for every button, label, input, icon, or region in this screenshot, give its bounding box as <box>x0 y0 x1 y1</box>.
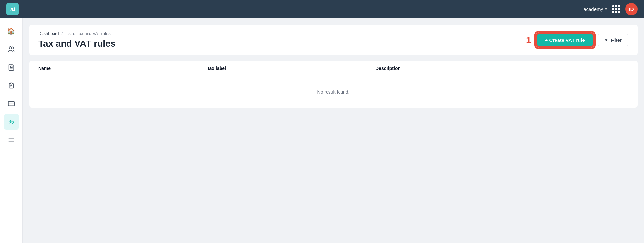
sidebar: 🏠 % <box>0 18 23 243</box>
table-header: Name Tax label Description <box>29 61 638 76</box>
sidebar-item-invoices[interactable] <box>4 78 19 93</box>
grid-apps-icon[interactable] <box>612 5 620 13</box>
table-card: Name Tax label Description No result fou… <box>29 61 638 108</box>
create-btn-wrapper: + Create VAT rule <box>536 33 594 47</box>
content-area: Dashboard / List of tax and VAT rules Ta… <box>23 18 644 243</box>
chevron-down-icon: ▾ <box>605 7 607 11</box>
svg-point-0 <box>9 47 11 49</box>
breadcrumb: Dashboard / List of tax and VAT rules <box>38 31 115 36</box>
header-card: Dashboard / List of tax and VAT rules Ta… <box>29 25 638 55</box>
avatar[interactable]: ID <box>625 3 638 15</box>
navbar-left: id <box>6 3 19 15</box>
top-navbar: id academy ▾ ID <box>0 0 644 18</box>
header-actions: 1 + Create VAT rule ▼ Filter <box>526 33 628 47</box>
logo[interactable]: id <box>6 3 19 15</box>
filter-label: Filter <box>611 37 622 43</box>
sidebar-item-documents[interactable] <box>4 60 19 75</box>
breadcrumb-current: List of tax and VAT rules <box>65 31 110 36</box>
breadcrumb-separator: / <box>62 31 63 36</box>
account-name: academy <box>583 6 603 12</box>
column-tax-label: Tax label <box>207 66 376 71</box>
step-number: 1 <box>526 35 531 45</box>
table-body: No result found. <box>29 76 638 108</box>
navbar-right: academy ▾ ID <box>583 3 638 15</box>
header-left: Dashboard / List of tax and VAT rules Ta… <box>38 31 115 49</box>
sidebar-item-billing[interactable] <box>4 96 19 111</box>
sidebar-item-users[interactable] <box>4 41 19 57</box>
filter-button[interactable]: ▼ Filter <box>598 34 628 46</box>
sidebar-item-home[interactable]: 🏠 <box>4 23 19 39</box>
main-layout: 🏠 % Dashboard / List of tax and <box>0 18 644 243</box>
account-dropdown[interactable]: academy ▾ <box>583 6 607 12</box>
column-name: Name <box>38 66 207 71</box>
page-title: Tax and VAT rules <box>38 39 115 49</box>
svg-rect-3 <box>10 83 12 84</box>
empty-message: No result found. <box>317 89 350 95</box>
sidebar-item-reports[interactable] <box>4 132 19 148</box>
create-vat-rule-button[interactable]: + Create VAT rule <box>536 33 594 47</box>
svg-rect-6 <box>8 102 14 106</box>
sidebar-item-tax[interactable]: % <box>4 114 19 130</box>
column-description: Description <box>376 66 628 71</box>
breadcrumb-home[interactable]: Dashboard <box>38 31 59 36</box>
filter-icon: ▼ <box>604 38 608 42</box>
